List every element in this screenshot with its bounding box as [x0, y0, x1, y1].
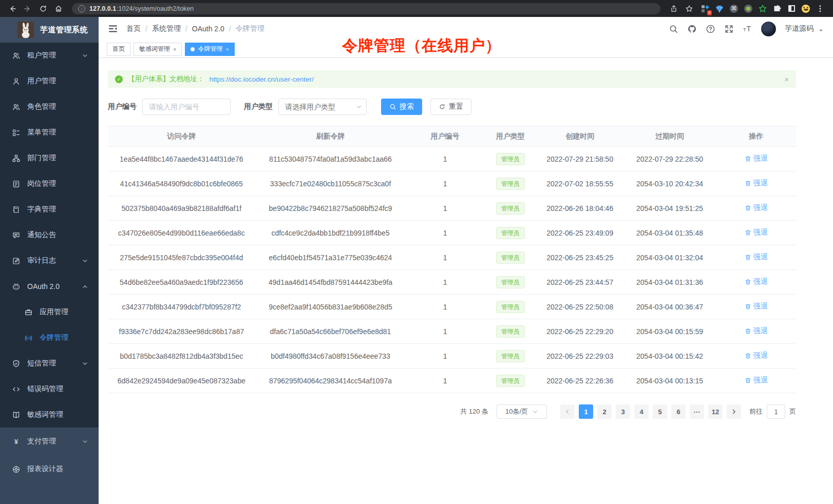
address-bar[interactable]: i 127.0.0.1:1024/system/oauth2/token: [72, 3, 660, 14]
site-info-icon[interactable]: i: [78, 5, 85, 12]
app-icon: [24, 308, 33, 317]
fullscreen-icon[interactable]: [724, 24, 734, 34]
app-logo: [17, 22, 34, 38]
force-logout-button[interactable]: 强退: [745, 302, 768, 311]
sidebar-item-label: 用户管理: [27, 76, 88, 86]
user-type-select[interactable]: [278, 99, 367, 115]
page-button-6[interactable]: 6: [671, 404, 686, 419]
sidebar-item-岗位管理[interactable]: 岗位管理: [0, 171, 99, 197]
url-path: :1024/system/oauth2/token: [117, 5, 194, 12]
sidebar-item-通知公告[interactable]: 通知公告: [0, 222, 99, 248]
sidebar-item-应用管理[interactable]: 应用管理: [0, 299, 99, 325]
collapse-sidebar-icon[interactable]: [108, 24, 118, 34]
tab-令牌管理[interactable]: 令牌管理×: [185, 43, 234, 56]
sidebar-item-令牌管理[interactable]: 令牌管理: [0, 325, 99, 351]
recorder-extension-icon[interactable]: [744, 4, 753, 13]
sidebar-item-支付管理[interactable]: ¥支付管理: [0, 428, 99, 455]
org-icon: [12, 154, 21, 163]
breadcrumb-system[interactable]: 系统管理: [152, 24, 181, 33]
page-button-1[interactable]: 1: [579, 404, 593, 419]
tab-敏感词管理[interactable]: 敏感词管理×: [134, 43, 182, 56]
page-button-5[interactable]: 5: [653, 404, 667, 419]
share-icon[interactable]: [667, 3, 681, 15]
breadcrumb-home[interactable]: 首页: [126, 24, 141, 33]
sidebar-item-部门管理[interactable]: 部门管理: [0, 145, 99, 171]
puzzle-extensions-icon[interactable]: [772, 4, 782, 13]
page-button-12[interactable]: 12: [708, 404, 723, 419]
user-avatar[interactable]: [761, 22, 776, 36]
page-size-select[interactable]: 10条/页: [497, 404, 547, 419]
page-button-2[interactable]: 2: [597, 404, 612, 419]
force-logout-button[interactable]: 强退: [745, 351, 768, 360]
force-logout-button[interactable]: 强退: [745, 228, 768, 237]
search-button[interactable]: 搜索: [381, 99, 422, 115]
column-header-过期时间: 过期时间: [623, 126, 716, 147]
sidebar-item-菜单管理[interactable]: 菜单管理: [0, 120, 99, 145]
browser-menu-kebab-icon[interactable]: [816, 4, 825, 13]
browser-forward-icon[interactable]: [21, 3, 35, 15]
sidebar-item-报表设计器[interactable]: 报表设计器: [0, 455, 99, 483]
github-icon[interactable]: [687, 24, 697, 34]
browser-home-icon[interactable]: [51, 3, 66, 15]
created-time-cell: 2022-06-25 23:44:57: [537, 270, 623, 295]
page-buttons: 123456···12: [560, 404, 741, 419]
page-button-3[interactable]: 3: [616, 404, 630, 419]
user-id-input[interactable]: [142, 99, 231, 115]
browser-back-icon[interactable]: [5, 3, 20, 15]
profile-emoji-icon[interactable]: [801, 4, 810, 13]
tab-close-icon[interactable]: ×: [225, 46, 229, 52]
sidebar-item-错误码管理[interactable]: 错误码管理: [0, 376, 99, 402]
page-ellipsis[interactable]: ···: [690, 404, 704, 419]
extension-grid-icon[interactable]: 9: [701, 4, 710, 13]
force-logout-button[interactable]: 强退: [745, 376, 768, 385]
sidebar-item-OAuth 2.0[interactable]: OAuth 2.0: [0, 274, 99, 299]
force-logout-button[interactable]: 强退: [745, 253, 768, 262]
chevron-left-icon: [564, 409, 571, 415]
force-logout-button[interactable]: 强退: [745, 154, 768, 163]
breadcrumb-oauth[interactable]: OAuth 2.0: [192, 25, 224, 33]
badge-icon: [12, 180, 21, 188]
gem-extension-icon[interactable]: [715, 4, 724, 13]
sidebar-item-用户管理[interactable]: 用户管理: [0, 68, 99, 94]
header-search-icon[interactable]: [669, 24, 678, 34]
prev-page-button[interactable]: [560, 404, 575, 419]
goto-page-input[interactable]: [767, 404, 785, 419]
sidebar-item-敏感词管理[interactable]: 敏感词管理: [0, 402, 99, 428]
star-extension-icon[interactable]: [758, 4, 767, 13]
user-name[interactable]: 芋道源码: [785, 24, 813, 33]
sidebar-item-短信管理[interactable]: 短信管理: [0, 351, 99, 376]
sidebar-item-审计日志[interactable]: 审计日志: [0, 248, 99, 274]
force-logout-button[interactable]: 强退: [745, 179, 768, 188]
doc-link[interactable]: https://doc.iocoder.cn/user-center/: [210, 75, 314, 83]
help-icon[interactable]: [706, 24, 715, 34]
dict-icon: [12, 205, 21, 214]
sidebar-item-角色管理[interactable]: 角色管理: [0, 94, 99, 120]
user-id-cell: 1: [406, 319, 484, 344]
next-page-button[interactable]: [727, 404, 741, 419]
user-type-tag: 管理员: [496, 251, 525, 264]
sidebar-item-租户管理[interactable]: 租户管理: [0, 43, 99, 68]
command-extension-icon[interactable]: ⌘: [729, 4, 739, 13]
force-logout-button[interactable]: 强退: [745, 326, 768, 336]
reset-refresh-icon: [439, 103, 446, 110]
svg-text:T: T: [747, 25, 751, 33]
access-token-cell: 54d6be82ee5a460a9aedc1f9bf223656: [108, 270, 255, 295]
access-token-cell: c342377bf8b344799dcbf7bf095287f2: [108, 295, 255, 319]
bookmark-star-icon[interactable]: [682, 3, 696, 15]
table-row: c342377bf8b344799dcbf7bf095287f29ce8ef2a…: [108, 295, 796, 319]
alert-close-icon[interactable]: ×: [784, 75, 789, 84]
tab-close-icon[interactable]: ×: [173, 46, 176, 52]
force-logout-button[interactable]: 强退: [745, 277, 768, 286]
chev-down-icon: [82, 360, 88, 367]
font-size-icon[interactable]: TT: [743, 24, 752, 34]
reset-button[interactable]: 重置: [430, 99, 471, 115]
breadcrumb: 首页 / 系统管理 / OAuth 2.0 / 令牌管理: [126, 24, 264, 33]
tab-首页[interactable]: 首页: [107, 43, 130, 56]
expire-time-cell: 2022-07-29 22:28:50: [623, 147, 716, 171]
page-button-4[interactable]: 4: [634, 404, 649, 419]
browser-reload-icon[interactable]: [36, 3, 50, 15]
split-window-icon[interactable]: [787, 4, 796, 13]
sidebar-item-字典管理[interactable]: 字典管理: [0, 197, 99, 222]
force-logout-button[interactable]: 强退: [745, 203, 768, 212]
user-menu-caret-icon[interactable]: [818, 28, 824, 33]
